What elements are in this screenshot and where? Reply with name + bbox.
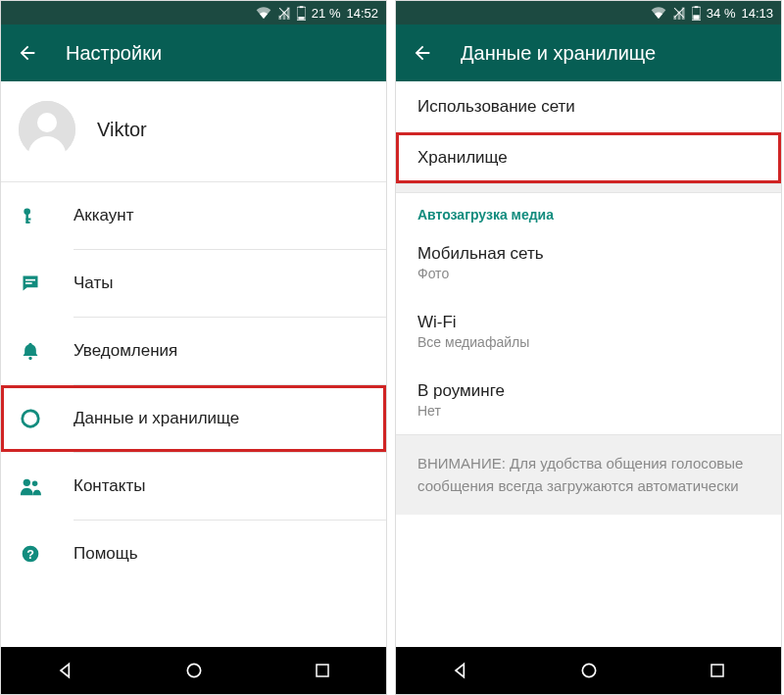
item-title: Использование сети xyxy=(417,97,760,117)
item-network-usage[interactable]: Использование сети xyxy=(396,81,781,132)
item-mobile[interactable]: Мобильная сеть Фото xyxy=(396,228,781,297)
appbar-title: Данные и хранилище xyxy=(461,42,656,65)
profile-name: Viktor xyxy=(97,119,147,141)
item-roaming[interactable]: В роуминге Нет xyxy=(396,366,781,434)
chat-icon xyxy=(19,272,42,295)
battery-percent: 34 % xyxy=(707,6,736,21)
profile-row[interactable]: Viktor xyxy=(1,81,386,181)
item-title: Wi-Fi xyxy=(417,313,760,332)
nav-back-icon[interactable] xyxy=(56,661,75,680)
data-storage-content: Использование сети Хранилище Автозагрузк… xyxy=(396,81,781,647)
app-bar: Настройки xyxy=(1,25,386,81)
item-wifi[interactable]: Wi-Fi Все медиафайлы xyxy=(396,297,781,366)
menu-label: Данные и хранилище xyxy=(74,409,239,428)
item-subtitle: Нет xyxy=(417,403,760,419)
back-arrow-icon[interactable] xyxy=(412,42,433,64)
svg-text:?: ? xyxy=(26,548,34,562)
svg-rect-2 xyxy=(298,17,304,20)
svg-rect-10 xyxy=(25,282,32,284)
svg-point-11 xyxy=(28,357,31,360)
svg-rect-20 xyxy=(695,6,699,8)
nav-back-icon[interactable] xyxy=(451,661,470,680)
appbar-title: Настройки xyxy=(66,42,162,65)
svg-rect-21 xyxy=(693,15,699,19)
nav-home-icon[interactable] xyxy=(579,661,599,680)
menu-label: Помощь xyxy=(74,544,138,564)
svg-point-4 xyxy=(37,113,57,132)
notice-text: ВНИМАНИЕ: Для удобства общения голосовые… xyxy=(396,434,781,515)
battery-icon xyxy=(297,6,306,21)
item-title: Мобильная сеть xyxy=(417,244,760,264)
menu-account[interactable]: Аккаунт xyxy=(1,182,386,249)
item-subtitle: Все медиафайлы xyxy=(417,334,760,350)
svg-rect-7 xyxy=(25,219,30,221)
svg-rect-8 xyxy=(25,222,29,223)
screen-settings: 21 % 14:52 Настройки Viktor Аккаунт Ч xyxy=(0,0,387,695)
menu-data-storage[interactable]: Данные и хранилище xyxy=(1,385,386,452)
nav-bar xyxy=(396,647,781,694)
help-icon: ? xyxy=(19,542,42,566)
nav-home-icon[interactable] xyxy=(184,661,204,680)
menu-chats[interactable]: Чаты xyxy=(1,250,386,317)
menu-help[interactable]: ? Помощь xyxy=(1,521,386,587)
svg-point-17 xyxy=(188,664,201,676)
svg-rect-18 xyxy=(317,665,328,676)
nav-recents-icon[interactable] xyxy=(709,662,726,679)
bell-icon xyxy=(19,339,42,363)
wifi-icon xyxy=(651,7,666,19)
key-icon xyxy=(19,204,42,227)
svg-rect-9 xyxy=(25,279,35,281)
status-bar: 21 % 14:52 xyxy=(1,1,386,25)
svg-point-22 xyxy=(583,664,596,676)
item-title: Хранилище xyxy=(417,148,760,168)
data-icon xyxy=(19,407,42,430)
app-bar: Данные и хранилище xyxy=(396,25,781,81)
svg-point-14 xyxy=(32,481,38,487)
clock: 14:52 xyxy=(346,6,378,21)
section-gap xyxy=(396,183,781,193)
nav-recents-icon[interactable] xyxy=(314,662,331,679)
wifi-icon xyxy=(256,7,271,19)
item-storage[interactable]: Хранилище xyxy=(396,132,781,183)
contacts-icon xyxy=(19,474,42,498)
nav-bar xyxy=(1,647,386,694)
settings-content: Viktor Аккаунт Чаты Уведомления xyxy=(1,81,386,647)
menu-notifications[interactable]: Уведомления xyxy=(1,318,386,384)
clock: 14:13 xyxy=(741,6,773,21)
menu-label: Уведомления xyxy=(74,341,177,361)
menu-label: Аккаунт xyxy=(74,206,134,225)
battery-icon xyxy=(692,6,701,21)
menu-contacts[interactable]: Контакты xyxy=(1,453,386,520)
status-bar: 34 % 14:13 xyxy=(396,1,781,25)
signal-icon xyxy=(672,6,686,20)
item-title: В роуминге xyxy=(417,381,760,401)
menu-label: Чаты xyxy=(74,273,113,293)
battery-percent: 21 % xyxy=(312,6,341,21)
section-header-media: Автозагрузка медиа xyxy=(396,193,781,228)
screen-data-storage: 34 % 14:13 Данные и хранилище Использова… xyxy=(395,0,782,695)
menu-label: Контакты xyxy=(74,476,145,496)
svg-point-13 xyxy=(24,479,30,486)
avatar-icon xyxy=(19,101,75,158)
item-subtitle: Фото xyxy=(417,266,760,281)
signal-icon xyxy=(277,6,291,20)
svg-rect-1 xyxy=(300,6,304,8)
svg-rect-23 xyxy=(711,665,723,676)
back-arrow-icon[interactable] xyxy=(17,42,38,64)
